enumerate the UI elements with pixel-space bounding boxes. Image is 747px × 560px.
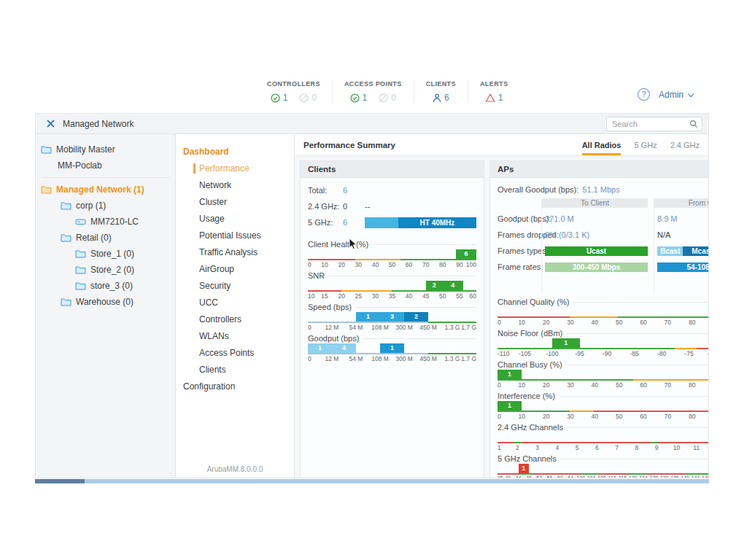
tick-label: 0 [498, 319, 501, 326]
band24-value: 0 [343, 202, 365, 211]
chart-title: SNR [308, 271, 476, 281]
chart-ticks: 123456789101112 [498, 444, 708, 451]
axis-segment [618, 316, 708, 318]
ucast-bar: Ucast [545, 246, 648, 256]
tick-label: 108 M [371, 355, 389, 362]
line [695, 125, 697, 127]
tick-label: 20 [543, 413, 549, 420]
horizontal-scrollbar[interactable] [35, 479, 709, 483]
tree-item-store-3-0[interactable]: store_3 (0) [36, 278, 175, 294]
search-input[interactable] [611, 119, 689, 129]
tick-label: 1.7 G [461, 324, 476, 331]
tree-item-managed-network-1[interactable]: Managed Network (1) [36, 182, 175, 198]
goodput-from-value: 8.9 M [654, 211, 708, 227]
warning-triangle-icon [485, 93, 495, 102]
tree-item-label: Mobility Master [56, 144, 115, 155]
nav-item-cluster[interactable]: Cluster [176, 193, 294, 210]
nav-item-traffic-analysis[interactable]: Traffic Analysis [176, 244, 294, 260]
svg [689, 120, 698, 128]
tree-item-store-2-0[interactable]: Store_2 (0) [36, 262, 175, 278]
nav-item-label: Performance [199, 163, 249, 174]
tree-item-warehouse-0[interactable]: Warehouse (0) [36, 294, 175, 310]
overall-goodput-label: Overall Goodput (bps): [498, 185, 578, 194]
nav-item-access-points[interactable]: Access Points [176, 344, 294, 361]
help-icon[interactable]: ? [638, 88, 650, 101]
tick-label: 20 [338, 292, 344, 300]
tab-24ghz[interactable]: 2.4 GHz [670, 134, 700, 155]
stat-clients[interactable]: CLIENTS6 [414, 80, 468, 103]
nav-item-label: Traffic Analysis [199, 247, 258, 257]
tree-item-mm-poclab[interactable]: MM-Poclab [36, 158, 175, 174]
tick-label: 60 [640, 381, 646, 389]
path [353, 96, 357, 98]
stat-item: 1 [485, 93, 503, 103]
tree-item-mobility-master[interactable]: Mobility Master [36, 141, 175, 158]
circle [436, 94, 439, 98]
tick-label: 1.3 G [445, 355, 460, 362]
close-icon[interactable] [46, 119, 55, 128]
stat-alerts[interactable]: ALERTS1 [468, 80, 519, 103]
nav-item-controllers[interactable]: Controllers [176, 311, 294, 327]
nav-item-airgroup[interactable]: AirGroup [176, 260, 294, 277]
frames-types-to-cell: Ucast [542, 243, 648, 259]
tick-label: 54 M [349, 355, 363, 362]
tree-item-mm7210-lc[interactable]: MM7210-LC [36, 214, 175, 230]
stat-value: 1 [498, 93, 503, 103]
stat-items: 1 [480, 93, 508, 103]
tick-label: 70 [665, 319, 671, 326]
nav-item-ucc[interactable]: UCC [176, 294, 294, 311]
chart-ticks: 0102030405060708090 [498, 319, 708, 325]
line [301, 96, 306, 101]
stat-item: 1 [271, 93, 288, 103]
stat-access-points[interactable]: ACCESS POINTS10 [333, 80, 414, 103]
nav-item-usage[interactable]: Usage [176, 210, 294, 227]
search-icon[interactable] [689, 120, 698, 128]
axis-segment [651, 442, 657, 443]
tick-label: 40 [592, 413, 598, 420]
nav-item-configuration[interactable]: Configuration [176, 378, 294, 394]
dashboard-nav: DashboardPerformanceNetworkClusterUsageP… [176, 134, 295, 478]
nav-item-performance[interactable]: Performance [176, 160, 294, 176]
path [274, 96, 277, 98]
nav-item-network[interactable]: Network [176, 176, 294, 193]
chart-axis-line [498, 379, 708, 381]
admin-menu[interactable]: Admin [659, 90, 693, 100]
tree-item-corp-1[interactable]: corp (1) [36, 198, 175, 214]
tick-label: 104 [587, 475, 595, 478]
tab-5ghz[interactable]: 5 GHz [634, 134, 657, 155]
chart-ticks: 0102030405060708090 [498, 413, 708, 419]
stat-controllers[interactable]: CONTROLLERS10 [255, 80, 333, 103]
tree-item-store-1-0[interactable]: Store_1 (0) [36, 246, 175, 262]
scrollbar-thumb[interactable] [35, 479, 85, 483]
chart-plot: 1 [498, 338, 708, 348]
tick-label: 30 [567, 413, 573, 420]
bar-segment [365, 217, 398, 228]
nav-item-clients[interactable]: Clients [176, 361, 294, 378]
tree-item-retail-0[interactable]: Retail (0) [36, 230, 175, 246]
chart-title: Channel Busy (%) [498, 359, 708, 370]
tick-label: 132 [660, 475, 668, 478]
context-title: Managed Network [63, 119, 133, 129]
chart-title: Interference (%) [498, 391, 708, 401]
clients-panel-body: Total: 6 2.4 GHz: 0 -- 5 GHz: 6 HT 40MHz [301, 178, 484, 366]
chart-ticks: 0102030405060708090 [498, 381, 708, 388]
tab-all-radios[interactable]: All Radios [582, 134, 622, 155]
goodput-chart: Goodput (bps)141012 M54 M108 M300 M450 M… [308, 333, 476, 362]
rect [76, 219, 85, 225]
chart-plot: 141 [308, 343, 476, 353]
version-label: ArubaMM.8.0.0.0 [176, 465, 294, 473]
folder-icon [61, 233, 71, 242]
nav-item-potential-issues[interactable]: Potential Issues [176, 227, 294, 244]
nav-item-wlans[interactable]: WLANs [176, 327, 294, 344]
tick-label: 60 [640, 413, 646, 420]
off-circle-icon [299, 93, 309, 103]
stat-label: ALERTS [480, 80, 508, 88]
nav-item-security[interactable]: Security [176, 277, 294, 294]
axis-segment [686, 473, 708, 475]
chart-block: 2 [404, 312, 428, 322]
nav-item-dashboard[interactable]: Dashboard [176, 143, 294, 160]
svg [433, 93, 441, 103]
svg [485, 93, 495, 102]
aps-row-labels: Goodput (bps): Frames dropped: Frames ty… [498, 198, 538, 294]
check-circle-icon [271, 93, 280, 103]
